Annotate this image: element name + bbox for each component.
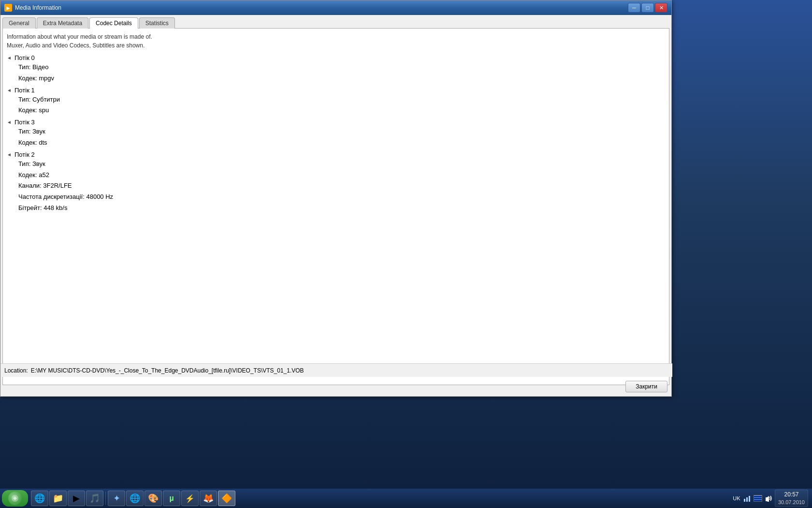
language-indicator[interactable]: UK bbox=[732, 494, 741, 503]
lightning-icon: ⚡ bbox=[185, 494, 195, 503]
clock-time: 20:57 bbox=[778, 491, 805, 499]
maximize-button[interactable]: □ bbox=[641, 3, 654, 13]
folder-icon: 📁 bbox=[53, 493, 63, 504]
close-window-button[interactable]: ✕ bbox=[655, 3, 667, 13]
svg-rect-2 bbox=[746, 497, 748, 502]
svg-rect-1 bbox=[744, 499, 745, 502]
stream-0-group: ◄ Потік 0 Тип: Відео Кодек: mpgv bbox=[7, 54, 665, 84]
list-item: Тип: Відео bbox=[18, 62, 665, 73]
taskbar-media-button[interactable]: ▶ bbox=[68, 491, 85, 506]
minimize-button[interactable]: ─ bbox=[628, 3, 640, 13]
list-item: Бітрейт: 448 kb/s bbox=[18, 203, 665, 214]
stream-2-children: Тип: Звук Кодек: a52 Канали: 3F2R/LFE bbox=[7, 159, 665, 214]
flag-icon[interactable] bbox=[754, 494, 762, 503]
list-item: Кодек: spu bbox=[18, 105, 665, 116]
stream-2-label: Потік 2 bbox=[14, 151, 35, 158]
firefox-icon: 🦊 bbox=[203, 493, 214, 504]
systray: UK 20 bbox=[732, 490, 810, 507]
media-information-window: ▶ Media Information ─ □ ✕ General Extra … bbox=[0, 0, 672, 397]
stream-2-header[interactable]: ◄ Потік 2 bbox=[7, 150, 665, 159]
taskbar-ie-button[interactable]: 🌐 bbox=[31, 491, 48, 506]
volume-icon[interactable] bbox=[764, 494, 773, 503]
app-icon: ▶ bbox=[4, 4, 12, 12]
network-tray-icon[interactable] bbox=[743, 494, 752, 503]
tab-general[interactable]: General bbox=[2, 17, 36, 29]
desktop: ▶ Media Information ─ □ ✕ General Extra … bbox=[0, 0, 812, 508]
stream-3-label: Потік 3 bbox=[14, 119, 35, 126]
close-button-area: Закрити bbox=[625, 381, 667, 392]
list-item: Кодек: dts bbox=[18, 137, 665, 149]
location-label: Location: bbox=[4, 367, 28, 374]
window-title: Media Information bbox=[15, 4, 628, 11]
taskbar-star-button[interactable]: ✦ bbox=[108, 491, 125, 506]
torrent-icon: µ bbox=[169, 494, 174, 503]
clock-date: 30.07.2010 bbox=[778, 499, 805, 506]
list-item: Кодек: mpgv bbox=[18, 73, 665, 84]
stream-2-group: ◄ Потік 2 Тип: Звук Кодек: a52 bbox=[7, 150, 665, 214]
info-description: Information about what your media or str… bbox=[7, 32, 665, 50]
taskbar-torrent-button[interactable]: µ bbox=[163, 491, 180, 506]
taskbar-paint-button[interactable]: 🎨 bbox=[145, 491, 162, 506]
stream-3-header[interactable]: ◄ Потік 3 bbox=[7, 118, 665, 126]
tab-codec-details[interactable]: Codec Details bbox=[89, 17, 138, 29]
stream-3-arrow: ◄ bbox=[7, 120, 13, 125]
taskbar-lightning-button[interactable]: ⚡ bbox=[181, 491, 199, 506]
svg-rect-3 bbox=[749, 496, 750, 502]
start-orb bbox=[8, 492, 22, 505]
system-clock[interactable]: 20:57 30.07.2010 bbox=[775, 490, 808, 507]
stream-1-group: ◄ Потік 1 Тип: Субтитри Кодек: spu bbox=[7, 86, 665, 117]
paint-icon: 🎨 bbox=[148, 493, 159, 504]
taskbar: 🌐 📁 ▶ 🎵 ✦ 🌐 🎨 µ ⚡ 🦊 🔶 bbox=[0, 489, 812, 508]
close-button[interactable]: Закрити bbox=[625, 381, 667, 392]
stream-0-arrow: ◄ bbox=[7, 55, 13, 60]
stream-2-arrow: ◄ bbox=[7, 152, 13, 157]
taskbar-globe-button[interactable]: 🌐 bbox=[126, 491, 144, 506]
statusbar: Location: E:\MY MUSIC\DTS-CD-DVD\Yes_-_C… bbox=[0, 363, 672, 377]
stream-0-children: Тип: Відео Кодек: mpgv bbox=[7, 62, 665, 84]
star-icon: ✦ bbox=[113, 493, 120, 504]
stream-1-arrow: ◄ bbox=[7, 88, 13, 93]
taskbar-folder-button[interactable]: 📁 bbox=[49, 491, 67, 506]
list-item: Тип: Субтитри bbox=[18, 94, 665, 105]
tab-bar: General Extra Metadata Codec Details Sta… bbox=[0, 15, 671, 28]
titlebar: ▶ Media Information ─ □ ✕ bbox=[0, 0, 671, 15]
list-item: Канали: 3F2R/LFE bbox=[18, 180, 665, 192]
media-icon: ▶ bbox=[73, 493, 80, 504]
taskbar-wmp-button[interactable]: 🎵 bbox=[86, 491, 103, 506]
titlebar-controls: ─ □ ✕ bbox=[628, 3, 667, 13]
vlc-icon: 🔶 bbox=[221, 493, 232, 504]
stream-3-children: Тип: Звук Кодек: dts bbox=[7, 126, 665, 149]
stream-3-group: ◄ Потік 3 Тип: Звук Кодек: dts bbox=[7, 118, 665, 149]
stream-0-header[interactable]: ◄ Потік 0 bbox=[7, 54, 665, 62]
list-item: Тип: Звук bbox=[18, 126, 665, 137]
globe-icon: 🌐 bbox=[130, 493, 140, 504]
taskbar-sep1 bbox=[105, 492, 106, 505]
wmp-icon: 🎵 bbox=[89, 493, 100, 504]
ie-icon: 🌐 bbox=[34, 493, 45, 504]
list-item: Частота дискретизації: 48000 Hz bbox=[18, 192, 665, 203]
stream-0-label: Потік 0 bbox=[14, 54, 35, 61]
location-path: E:\MY MUSIC\DTS-CD-DVD\Yes_-_Close_To_Th… bbox=[31, 367, 304, 374]
taskbar-vlc-button[interactable]: 🔶 bbox=[218, 491, 235, 506]
stream-tree: ◄ Потік 0 Тип: Відео Кодек: mpgv bbox=[7, 54, 665, 214]
tab-extra-metadata[interactable]: Extra Metadata bbox=[37, 17, 88, 29]
stream-1-children: Тип: Субтитри Кодек: spu bbox=[7, 94, 665, 117]
start-button[interactable] bbox=[2, 490, 28, 507]
codec-details-panel: Information about what your media or str… bbox=[2, 28, 669, 385]
taskbar-firefox-button[interactable]: 🦊 bbox=[200, 491, 217, 506]
list-item: Тип: Звук bbox=[18, 159, 665, 170]
stream-1-header[interactable]: ◄ Потік 1 bbox=[7, 86, 665, 94]
list-item: Кодек: a52 bbox=[18, 170, 665, 181]
tab-statistics[interactable]: Statistics bbox=[139, 17, 175, 29]
stream-1-label: Потік 1 bbox=[14, 87, 35, 94]
